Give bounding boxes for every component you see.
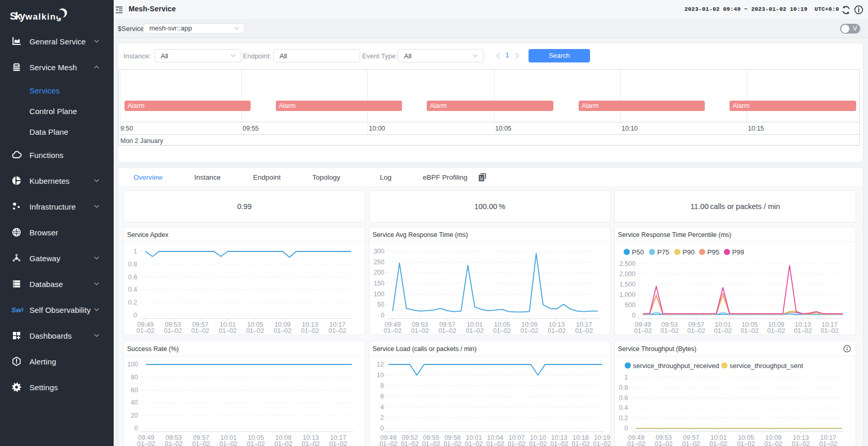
svg-text:01–02: 01–02 [443, 440, 461, 446]
svg-text:0.2: 0.2 [128, 299, 137, 306]
svg-text:01–02: 01–02 [709, 440, 727, 446]
svg-text:0: 0 [380, 425, 384, 432]
svg-text:01–02: 01–02 [627, 440, 645, 446]
svg-text:01–02: 01–02 [593, 440, 610, 446]
svg-text:0.4: 0.4 [619, 404, 628, 411]
svg-text:01–02: 01–02 [274, 327, 292, 334]
svg-text:01–02: 01–02 [572, 440, 590, 446]
svg-text:01–02: 01–02 [507, 440, 525, 446]
svg-text:0.8: 0.8 [128, 261, 137, 268]
svg-text:01–02: 01–02 [548, 327, 566, 334]
svg-text:01–02: 01–02 [550, 440, 568, 446]
svg-text:01–02: 01–02 [401, 440, 419, 446]
svg-text:01–02: 01–02 [714, 327, 732, 334]
svg-text:01–02: 01–02 [137, 440, 156, 446]
svg-text:walking: walking [25, 12, 61, 22]
svg-text:01–02: 01–02 [246, 327, 264, 334]
svg-text:6: 6 [380, 393, 384, 400]
svg-text:01–02: 01–02 [164, 327, 182, 334]
svg-text:250: 250 [374, 259, 384, 266]
svg-text:01–02: 01–02 [740, 327, 758, 334]
svg-text:60: 60 [131, 387, 138, 394]
svg-text:01–02: 01–02 [191, 327, 209, 334]
svg-text:service_throughput_received: service_throughput_received [633, 362, 719, 370]
svg-text:01–02: 01–02 [529, 440, 547, 446]
svg-text:01–02: 01–02 [682, 440, 700, 446]
svg-text:1,500: 1,500 [619, 281, 636, 288]
svg-text:100: 100 [127, 361, 138, 368]
svg-text:0: 0 [134, 425, 138, 432]
svg-text:01–02: 01–02 [634, 327, 652, 334]
svg-text:01–02: 01–02 [329, 440, 347, 446]
svg-text:01–02: 01–02 [329, 327, 347, 334]
svg-text:0.4: 0.4 [128, 286, 137, 293]
svg-text:01–02: 01–02 [575, 327, 593, 334]
svg-text:01–02: 01–02 [737, 440, 755, 446]
svg-text:01–02: 01–02 [302, 440, 320, 446]
svg-text:01–02: 01–02 [422, 440, 440, 446]
svg-text:01–02: 01–02 [794, 327, 812, 334]
svg-text:Sw: Sw [11, 306, 22, 314]
svg-text:0.8: 0.8 [619, 384, 628, 391]
svg-text:P90: P90 [683, 248, 694, 256]
svg-text:01–02: 01–02 [661, 327, 679, 334]
svg-text:01–02: 01–02 [136, 327, 154, 334]
svg-text:2,500: 2,500 [619, 260, 636, 267]
svg-text:1: 1 [134, 248, 137, 255]
svg-text:100: 100 [374, 291, 384, 298]
svg-text:01–02: 01–02 [466, 327, 484, 334]
svg-text:0.6: 0.6 [619, 394, 628, 402]
svg-text:2: 2 [380, 414, 384, 421]
svg-text:01–02: 01–02 [655, 440, 673, 446]
svg-text:0: 0 [625, 425, 628, 432]
svg-text:500: 500 [625, 301, 636, 309]
svg-text:01–02: 01–02 [767, 327, 785, 334]
svg-text:01–02: 01–02 [493, 327, 511, 334]
svg-text:01–02: 01–02 [274, 440, 292, 446]
svg-text:01–02: 01–02 [465, 440, 483, 446]
svg-text:01–02: 01–02 [379, 440, 397, 446]
svg-text:service_throughput_sent: service_throughput_sent [730, 362, 803, 370]
svg-text:P50: P50 [632, 248, 644, 256]
svg-text:80: 80 [131, 374, 138, 381]
svg-text:8: 8 [380, 382, 384, 389]
svg-text:20: 20 [131, 412, 138, 419]
svg-text:01–02: 01–02 [520, 327, 538, 334]
svg-text:0: 0 [632, 312, 636, 319]
svg-text:12: 12 [377, 361, 384, 368]
svg-text:150: 150 [374, 280, 384, 287]
svg-text:1,000: 1,000 [619, 291, 636, 298]
svg-text:2,000: 2,000 [619, 270, 636, 278]
svg-text:01–02: 01–02 [486, 440, 504, 446]
svg-text:200: 200 [374, 269, 384, 276]
svg-text:01–02: 01–02 [220, 440, 238, 446]
svg-text:01–02: 01–02 [820, 327, 839, 334]
svg-text:01–02: 01–02 [192, 440, 210, 446]
svg-text:01–02: 01–02 [792, 440, 810, 446]
svg-text:Sky: Sky [10, 10, 26, 22]
svg-text:0: 0 [134, 312, 137, 319]
svg-text:0: 0 [381, 312, 384, 319]
svg-text:1: 1 [625, 374, 628, 381]
svg-text:01–02: 01–02 [819, 440, 838, 446]
svg-text:10: 10 [377, 372, 384, 379]
svg-text:01–02: 01–02 [438, 327, 456, 334]
svg-text:01–02: 01–02 [247, 440, 265, 446]
svg-text:01–02: 01–02 [219, 327, 237, 334]
svg-text:4: 4 [380, 404, 384, 411]
svg-text:P95: P95 [707, 248, 719, 256]
svg-text:01–02: 01–02 [301, 327, 319, 334]
svg-text:P99: P99 [732, 248, 744, 256]
svg-text:40: 40 [131, 399, 138, 406]
svg-text:0.2: 0.2 [619, 415, 628, 422]
svg-text:01–02: 01–02 [765, 440, 783, 446]
svg-text:01–02: 01–02 [687, 327, 705, 334]
svg-text:01–02: 01–02 [384, 327, 402, 334]
svg-text:P75: P75 [657, 248, 669, 256]
svg-text:300: 300 [374, 248, 384, 255]
svg-text:01–02: 01–02 [165, 440, 183, 446]
svg-text:50: 50 [377, 301, 384, 308]
svg-text:0.6: 0.6 [128, 274, 137, 281]
svg-text:01–02: 01–02 [411, 327, 429, 334]
